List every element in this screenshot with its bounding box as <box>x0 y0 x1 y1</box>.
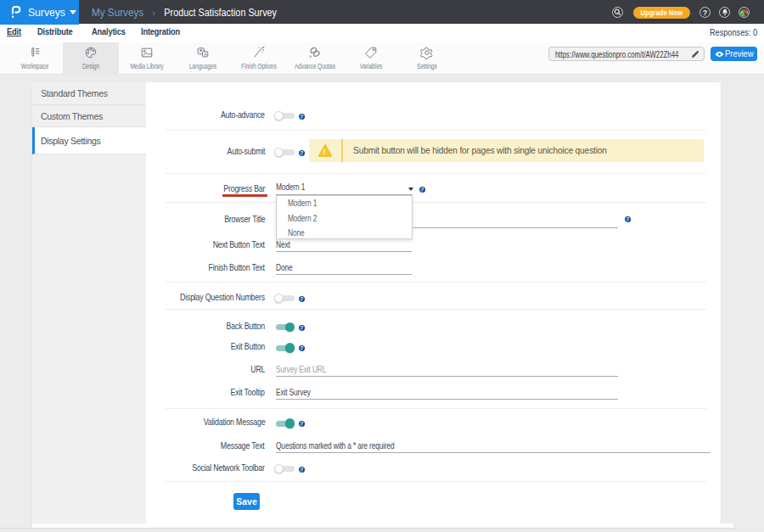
svg-text:A: A <box>204 51 207 56</box>
